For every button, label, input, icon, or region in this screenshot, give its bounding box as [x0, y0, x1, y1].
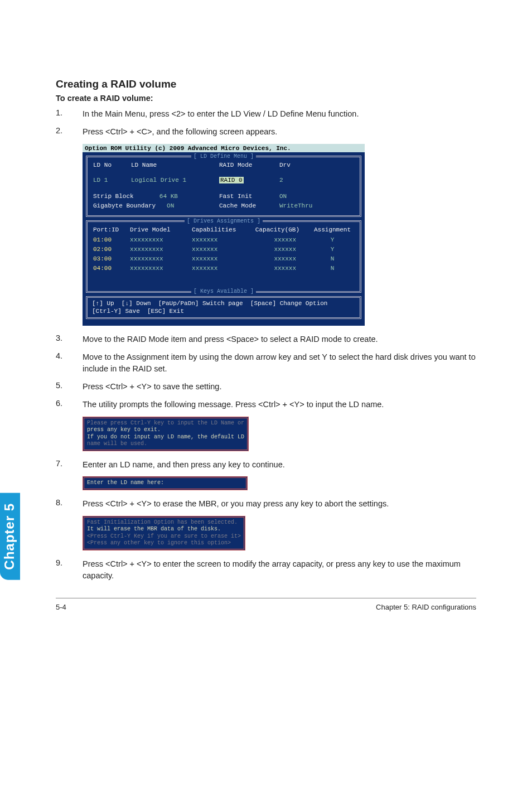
bios-cell: N	[314, 255, 354, 264]
bios-panel-label: [ LD Define Menu ]	[191, 153, 256, 160]
bios-panel-label: [ Keys Available ]	[191, 288, 256, 295]
bios-raidmode-val: RAID 0	[219, 177, 244, 183]
bios-hdr-ldname: LD Name	[131, 162, 218, 170]
bios-dialog: Fast Initialization Option has been sele…	[83, 516, 245, 550]
bios-cell: xxxxxxx	[192, 246, 254, 254]
footer-rule	[56, 598, 476, 598]
step-text: Press <Ctrl> + <Y> to enter the screen t…	[83, 558, 476, 583]
bios-cell: xxxxxx	[255, 265, 313, 273]
bios-cell: 02:00	[93, 246, 129, 254]
page-number: 5-4	[56, 603, 66, 611]
dialog-line: Fast Initialization Option has been sele…	[87, 519, 241, 526]
step-text: Move to the RAID Mode item and press <Sp…	[83, 334, 476, 346]
step-number: 4.	[56, 351, 83, 376]
bios-stripblock-val: 64 KB	[159, 193, 178, 200]
step-number: 3.	[56, 334, 83, 346]
bios-cell: xxxxxxxxx	[130, 265, 191, 273]
bios-dialog: Enter the LD name here:	[83, 476, 248, 490]
chapter-side-tab: Chapter 5	[0, 493, 20, 580]
bios-gig-lbl: Gigabyte Boundary	[93, 202, 156, 209]
step-text: Press <Ctrl> + <Y> to save the setting.	[83, 381, 476, 393]
step-number: 7.	[56, 459, 83, 471]
dialog-line: <Press Ctrl-Y Key if you are sure to era…	[87, 533, 241, 540]
bios-col-assign: Assignment	[314, 226, 354, 235]
bios-cell: xxxxxxxxx	[130, 255, 191, 264]
bios-cell: xxxxxxxxx	[130, 236, 191, 245]
bios-keys-line: [Ctrl-Y] Save [ESC] Exit	[92, 308, 355, 315]
bios-cell: xxxxxx	[255, 246, 313, 254]
step-number: 8.	[56, 498, 83, 510]
bios-hdr-raidmode: RAID Mode	[219, 162, 278, 170]
bios-title: Option ROM Utility (c) 2009 Advanced Mic…	[83, 144, 365, 152]
bios-dialog: Please press Ctrl-Y key to input the LD …	[83, 417, 249, 451]
step-text: The utility prompts the following messag…	[83, 399, 476, 411]
bios-ld-row-name: Logical Drive 1	[131, 177, 218, 185]
step-text: Move to the Assignment item by using the…	[83, 351, 476, 376]
dialog-line: Please press Ctrl-Y key to input the LD …	[87, 420, 244, 427]
step-number: 2.	[56, 126, 83, 138]
step-text: Eenter an LD name, and then press any ke…	[83, 459, 476, 471]
dialog-line: press any key to exit.	[87, 427, 244, 434]
dialog-line: <Press any other key to ignore this opti…	[87, 540, 241, 547]
step-text: Press <Ctrl> + <Y> to erase the MBR, or …	[83, 498, 476, 510]
bios-ld-row-no: LD 1	[93, 177, 130, 185]
bios-cell: Y	[314, 246, 354, 254]
dialog-line: Enter the LD name here:	[87, 480, 243, 487]
bios-cache-lbl: Cache Mode	[219, 202, 256, 209]
bios-fastinit-val: ON	[279, 193, 287, 200]
bios-cell: xxxxxxxxx	[130, 246, 191, 254]
bios-gig-val: ON	[167, 202, 174, 209]
dialog-line: name will be used.	[87, 441, 244, 448]
bios-cell: 04:00	[93, 265, 129, 273]
bios-cell: xxxxxx	[255, 236, 313, 245]
step-number: 6.	[56, 399, 83, 411]
step-number: 5.	[56, 381, 83, 393]
step-number: 1.	[56, 108, 83, 120]
bios-fastinit-lbl: Fast Init	[219, 193, 252, 200]
section-subhead: To create a RAID volume:	[56, 94, 476, 103]
step-number: 9.	[56, 558, 83, 583]
dialog-line: It will erase the MBR data of the disks.	[87, 526, 241, 533]
bios-screenshot: Option ROM Utility (c) 2009 Advanced Mic…	[83, 144, 365, 326]
bios-cell: xxxxxxx	[192, 255, 254, 264]
bios-hdr-drv: Drv	[279, 162, 354, 170]
section-title: Creating a RAID volume	[56, 78, 476, 90]
bios-cell: xxxxxxx	[192, 236, 254, 245]
bios-cell: Y	[314, 236, 354, 245]
bios-cell: N	[314, 265, 354, 273]
bios-cell: xxxxxx	[255, 255, 313, 264]
bios-keys-line: [↑] Up [↓] Down [PaUp/PaDn] Switch page …	[92, 300, 355, 307]
bios-panel-label: [ Drives Assignments ]	[185, 218, 263, 225]
bios-cache-val: WriteThru	[279, 202, 312, 209]
step-text: In the Main Menu, press <2> to enter the…	[83, 108, 476, 120]
footer-chapter-title: Chapter 5: RAID configurations	[376, 603, 476, 611]
bios-cell: 03:00	[93, 255, 129, 264]
bios-cell: xxxxxxx	[192, 265, 254, 273]
bios-col-cap: Capabilities	[192, 226, 254, 235]
bios-col-size: Capacity(GB)	[255, 226, 313, 235]
bios-drv-val: 2	[279, 177, 354, 185]
bios-col-port: Port:ID	[93, 226, 129, 235]
bios-col-model: Drive Model	[130, 226, 191, 235]
bios-cell: 01:00	[93, 236, 129, 245]
bios-hdr-ldno: LD No	[93, 162, 130, 170]
dialog-line: If you do not input any LD name, the def…	[87, 434, 244, 441]
bios-stripblock-lbl: Strip Block	[93, 193, 134, 200]
step-text: Press <Ctrl> + <C>, and the following sc…	[83, 126, 476, 138]
